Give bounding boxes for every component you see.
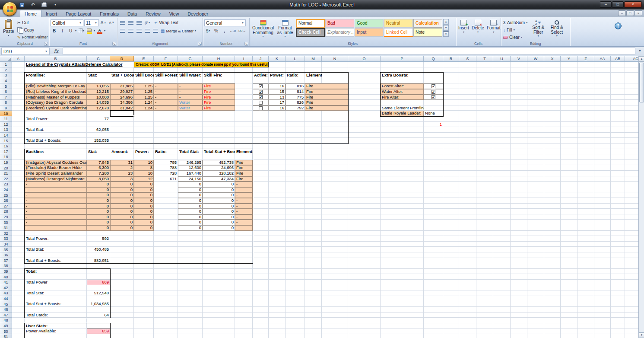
cell-I26[interactable]: - bbox=[235, 198, 253, 204]
insert-cells-button[interactable]: Insert▾ bbox=[457, 19, 470, 34]
fire-alter-checkbox-icon[interactable]: ✓ bbox=[431, 95, 435, 99]
cell-L8[interactable]: 826 bbox=[286, 100, 305, 105]
cell-F21[interactable]: 728 bbox=[154, 171, 178, 176]
gallery-scroll-up-icon[interactable]: ▲ bbox=[443, 19, 449, 25]
cell-I24[interactable]: - bbox=[235, 187, 253, 193]
cell-I21[interactable]: Fire bbox=[235, 171, 253, 176]
cut-button[interactable]: ✂Cut bbox=[16, 19, 49, 26]
cell-B27[interactable]: - bbox=[25, 204, 87, 209]
tab-page-layout[interactable]: Page Layout bbox=[61, 10, 95, 17]
creator-banner[interactable]: Creator: d00M_L0rDz (Android), please do… bbox=[134, 62, 269, 67]
cell-F17[interactable]: Ratio: bbox=[154, 149, 178, 155]
align-left-button[interactable] bbox=[119, 28, 126, 35]
font-size-dropdown-icon[interactable]: ▼ bbox=[93, 22, 97, 24]
cell-B35[interactable]: Total Stat: bbox=[25, 247, 87, 252]
cell-E5[interactable]: 1.25 bbox=[134, 83, 154, 89]
insert-function-button[interactable]: fx bbox=[51, 48, 61, 54]
active-checkbox-row8[interactable] bbox=[253, 100, 269, 105]
active-checkbox-row9[interactable] bbox=[253, 105, 269, 111]
conditional-formatting-button[interactable]: Conditional Formatting ▾ bbox=[251, 19, 275, 38]
tab-home[interactable]: Home bbox=[20, 10, 41, 17]
cell-C3[interactable]: Stat: bbox=[87, 73, 110, 78]
tab-insert[interactable]: Insert bbox=[41, 10, 61, 17]
cell-style-neutral[interactable]: Neutral bbox=[384, 19, 413, 28]
cell-D22[interactable]: 3 bbox=[110, 176, 134, 182]
row-header-30[interactable]: 30 bbox=[0, 220, 12, 225]
cell-E31[interactable]: 0 bbox=[134, 225, 154, 231]
cell-C31[interactable]: 0 bbox=[87, 225, 110, 231]
cell-B43[interactable]: Total Stat: bbox=[25, 290, 87, 296]
cell-style-calculation[interactable]: Calculation bbox=[413, 19, 442, 28]
cell-M3[interactable]: Element: bbox=[305, 73, 322, 78]
column-header-s[interactable]: S bbox=[459, 56, 476, 62]
row-header-14[interactable]: 14 bbox=[0, 133, 12, 138]
format-as-table-button[interactable]: Format as Table ▾ bbox=[275, 19, 295, 38]
qat-customize-icon[interactable]: ▾ bbox=[52, 1, 59, 8]
cell-C35[interactable]: 450,485 bbox=[87, 247, 110, 252]
row-header-18[interactable]: 18 bbox=[0, 154, 12, 160]
row-header-32[interactable]: 32 bbox=[0, 231, 12, 236]
cell-P7[interactable]: Fire Alter: bbox=[381, 95, 424, 100]
cell-E22[interactable]: 12 bbox=[134, 176, 154, 182]
row-header-1[interactable]: 1 bbox=[0, 62, 12, 67]
cell-E21[interactable]: 10 bbox=[134, 171, 154, 176]
row-header-29[interactable]: 29 bbox=[0, 214, 12, 220]
cell-B24[interactable]: - bbox=[25, 187, 87, 193]
cell-M8[interactable]: Fire bbox=[305, 100, 348, 105]
row-header-7[interactable]: 7 bbox=[0, 95, 12, 100]
cell-C6[interactable]: 12,215 bbox=[87, 89, 110, 95]
column-header-h[interactable]: H bbox=[203, 56, 235, 62]
accounting-format-button[interactable]: $▾ bbox=[204, 28, 212, 35]
cell-D29[interactable]: 0 bbox=[110, 214, 134, 220]
cell-D24[interactable]: 0 bbox=[110, 187, 134, 193]
cell-H23[interactable]: 0 bbox=[203, 182, 235, 187]
row-header-51[interactable]: 51 bbox=[0, 334, 12, 338]
cell-C22[interactable]: 8,050 bbox=[87, 176, 110, 182]
cell-C7[interactable]: 10,080 bbox=[87, 95, 110, 100]
cell-H9[interactable]: Fire bbox=[203, 105, 235, 111]
row-header-11[interactable]: 11 bbox=[0, 116, 12, 122]
row-header-10[interactable]: 10 bbox=[0, 111, 12, 116]
cell-P10[interactable]: Battle Royale Leader: bbox=[381, 111, 424, 116]
cell-I20[interactable]: Fire bbox=[235, 165, 253, 171]
cell-B47[interactable]: Total Cards: bbox=[25, 312, 87, 318]
align-right-button[interactable] bbox=[135, 28, 143, 35]
active-checkbox-row7-icon[interactable]: ✓ bbox=[259, 95, 263, 99]
bold-button[interactable]: B bbox=[51, 28, 58, 35]
cell-C20[interactable]: 6,300 bbox=[87, 165, 110, 171]
row-header-17[interactable]: 17 bbox=[0, 149, 12, 155]
scrollbar-thumb[interactable] bbox=[639, 63, 644, 102]
water-alter-checkbox[interactable]: ✓ bbox=[424, 89, 443, 95]
cell-P3[interactable]: Extra Boosts: bbox=[381, 73, 424, 78]
gallery-more-icon[interactable]: ▼ bbox=[443, 31, 449, 37]
column-header-w[interactable]: W bbox=[527, 56, 544, 62]
print-icon[interactable] bbox=[41, 1, 48, 8]
cell-I27[interactable]: - bbox=[235, 204, 253, 209]
cell-H27[interactable]: 0 bbox=[203, 204, 235, 209]
increase-indent-button[interactable] bbox=[152, 28, 159, 35]
cell-E24[interactable]: 0 bbox=[134, 187, 154, 193]
cell-H21[interactable]: 328,182 bbox=[203, 171, 235, 176]
cell-G28[interactable]: 0 bbox=[178, 209, 203, 214]
cell-G7[interactable]: - bbox=[178, 95, 203, 100]
cell-C43[interactable]: 512,540 bbox=[87, 290, 110, 296]
cell-D8[interactable]: 34,386 bbox=[110, 100, 134, 105]
cell-E23[interactable]: 0 bbox=[134, 182, 154, 187]
cell-F3[interactable]: Skill Forest: bbox=[154, 73, 178, 78]
cell-Q12[interactable]: 1 bbox=[424, 122, 443, 128]
cell-K3[interactable]: Power: bbox=[269, 73, 286, 78]
cell-G5[interactable]: - bbox=[178, 83, 203, 89]
cell-G9[interactable]: Water bbox=[178, 105, 203, 111]
row-header-16[interactable]: 16 bbox=[0, 143, 12, 149]
row-header-4[interactable]: 4 bbox=[0, 78, 12, 84]
tab-review[interactable]: Review bbox=[141, 10, 165, 17]
delete-cells-button[interactable]: Delete▾ bbox=[471, 19, 485, 34]
cell-E26[interactable]: 0 bbox=[134, 198, 154, 204]
cell-F8[interactable]: - bbox=[154, 100, 178, 105]
cell-L9[interactable]: 792 bbox=[286, 105, 305, 111]
cell-D3[interactable]: Stat + Boosts: bbox=[110, 73, 134, 78]
cell-D5[interactable]: 31,985 bbox=[110, 83, 134, 89]
decrease-indent-button[interactable] bbox=[143, 28, 151, 35]
workbook-minimize-button[interactable]: – bbox=[618, 10, 626, 16]
cell-H22[interactable]: 47,334 bbox=[203, 176, 235, 182]
